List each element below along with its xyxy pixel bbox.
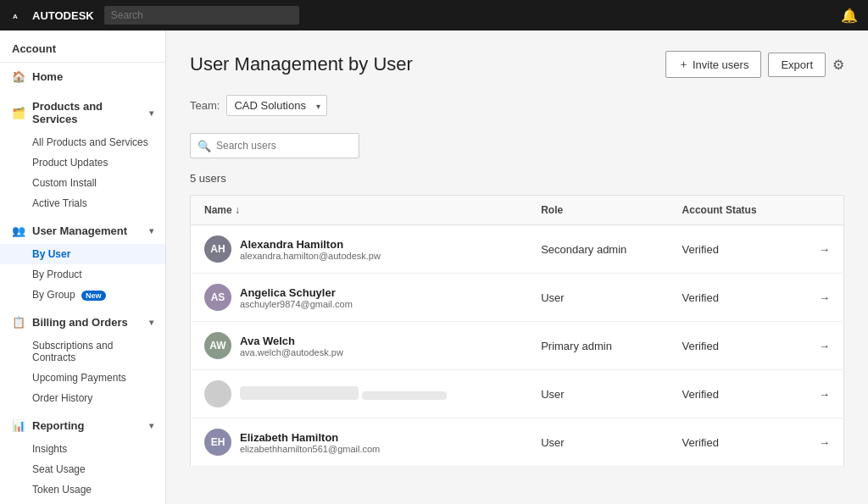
team-select-wrapper: CAD Solutions ▾: [226, 95, 327, 116]
user-account-status: Verified: [669, 322, 796, 370]
user-role: Primary admin: [527, 322, 668, 370]
main-content: User Management by User ＋ Invite users E…: [166, 30, 868, 504]
table-row[interactable]: EH Elizabeth Hamilton elizabethhamilton5…: [191, 418, 844, 467]
sidebar-item-product-updates[interactable]: Product Updates: [0, 152, 165, 173]
reporting-icon: 📊: [12, 418, 25, 432]
sidebar-products-header[interactable]: 🗂️ Products and Services ▾: [0, 93, 165, 132]
export-button[interactable]: Export: [768, 53, 826, 77]
col-action: [796, 196, 844, 225]
search-icon: 🔍: [198, 140, 211, 152]
blurred-email: [362, 391, 447, 400]
avatar: AS: [204, 284, 231, 311]
user-email: aschuyler9874@gmail.com: [240, 299, 353, 309]
row-arrow[interactable]: →: [796, 225, 844, 274]
new-badge: New: [81, 291, 106, 301]
sidebar-item-order-history[interactable]: Order History: [0, 388, 165, 408]
sidebar-products-label: Products and Services: [32, 100, 142, 125]
sidebar-item-custom-install[interactable]: Custom Install: [0, 173, 165, 193]
invite-users-label: Invite users: [693, 58, 748, 71]
row-arrow[interactable]: →: [796, 418, 844, 467]
team-label: Team:: [190, 99, 220, 112]
notification-bell-icon[interactable]: 🔔: [841, 8, 858, 24]
page-header: User Management by User ＋ Invite users E…: [190, 51, 844, 78]
sidebar-item-upcoming-payments[interactable]: Upcoming Payments: [0, 368, 165, 388]
table-row[interactable]: AW Ava Welch ava.welch@autodesk.pw Prima…: [191, 322, 844, 370]
user-count: 5 users: [190, 172, 844, 185]
sidebar-item-by-product[interactable]: By Product: [0, 264, 165, 285]
sidebar-section-products: 🗂️ Products and Services ▾ All Products …: [0, 93, 165, 213]
table-row[interactable]: User Verified →: [191, 370, 844, 418]
user-role: User: [527, 418, 668, 467]
user-name-cell: AW Ava Welch ava.welch@autodesk.pw: [191, 322, 528, 370]
app-layout: Account 🏠 Home 🗂️ Products and Services …: [0, 30, 868, 504]
brand-logo: A AUTODESK: [10, 7, 94, 24]
invite-plus-icon: ＋: [678, 57, 689, 72]
sidebar-item-home[interactable]: 🏠 Home: [0, 63, 165, 90]
row-arrow[interactable]: →: [796, 322, 844, 370]
reporting-chevron-icon: ▾: [149, 421, 153, 430]
avatar: EH: [204, 429, 231, 456]
invite-users-button[interactable]: ＋ Invite users: [665, 51, 761, 78]
topnav-search-input[interactable]: [104, 6, 299, 25]
table-header-row: Name ↓ Role Account Status: [191, 196, 844, 225]
team-select[interactable]: CAD Solutions: [226, 95, 327, 116]
user-role: Secondary admin: [527, 225, 668, 274]
sidebar-billing-label: Billing and Orders: [32, 316, 128, 329]
user-account-status: Verified: [669, 370, 796, 418]
sidebar-item-subscriptions[interactable]: Subscriptions and Contracts: [0, 335, 165, 368]
table-row[interactable]: AS Angelica Schuyler aschuyler9874@gmail…: [191, 274, 844, 322]
settings-gear-button[interactable]: ⚙: [832, 57, 844, 73]
user-email: elizabethhamilton561@gmail.com: [240, 444, 380, 454]
sidebar-item-cloud-services[interactable]: Cloud Services Usage: [0, 500, 165, 504]
user-name-cell: EH Elizabeth Hamilton elizabethhamilton5…: [191, 418, 528, 467]
sidebar-reporting-header[interactable]: 📊 Reporting ▾: [0, 412, 165, 439]
sidebar-section-reporting: 📊 Reporting ▾ Insights Seat Usage Token …: [0, 412, 165, 504]
user-full-name: Angelica Schuyler: [240, 286, 353, 299]
user-name-cell: [191, 370, 528, 418]
sidebar-item-active-trials[interactable]: Active Trials: [0, 193, 165, 213]
user-full-name: Elizabeth Hamilton: [240, 431, 380, 444]
search-wrapper: 🔍: [190, 133, 359, 158]
user-account-status: Verified: [669, 418, 796, 467]
user-email: ava.welch@autodesk.pw: [240, 347, 343, 357]
sidebar-home-label: Home: [32, 70, 63, 83]
user-account-status: Verified: [669, 274, 796, 322]
sidebar-item-by-group[interactable]: By Group New: [0, 285, 165, 305]
sidebar-reporting-label: Reporting: [32, 419, 84, 432]
page-actions: ＋ Invite users Export ⚙: [665, 51, 844, 78]
table-row[interactable]: AH Alexandra Hamilton alexandra.hamilton…: [191, 225, 844, 274]
search-input[interactable]: [190, 133, 359, 158]
brand-name: AUTODESK: [32, 9, 94, 22]
col-name: Name ↓: [191, 196, 528, 225]
sidebar-billing-header[interactable]: 📋 Billing and Orders ▾: [0, 308, 165, 335]
team-selector: Team: CAD Solutions ▾: [190, 95, 844, 116]
row-arrow[interactable]: →: [796, 370, 844, 418]
page-title: User Management by User: [190, 53, 413, 75]
user-name-cell: AS Angelica Schuyler aschuyler9874@gmail…: [191, 274, 528, 322]
sidebar-user-management-label: User Management: [32, 224, 127, 237]
sidebar-item-all-products[interactable]: All Products and Services: [0, 132, 165, 152]
sidebar-item-token-usage[interactable]: Token Usage: [0, 479, 165, 500]
sidebar-user-management-header[interactable]: 👥 User Management ▾: [0, 217, 165, 244]
users-table: Name ↓ Role Account Status AH Alexandra …: [190, 195, 844, 467]
user-full-name: Alexandra Hamilton: [240, 238, 381, 251]
sidebar-section-user-management: 👥 User Management ▾ By User By Product B…: [0, 217, 165, 305]
home-icon: 🏠: [12, 69, 25, 83]
topnav: A AUTODESK 🔔: [0, 0, 868, 30]
user-email: alexandra.hamilton@autodesk.pw: [240, 251, 381, 261]
sidebar-item-seat-usage[interactable]: Seat Usage: [0, 459, 165, 479]
autodesk-icon: A: [10, 7, 27, 24]
billing-chevron-icon: ▾: [149, 318, 153, 327]
products-icon: 🗂️: [12, 106, 25, 119]
user-account-status: Verified: [669, 225, 796, 274]
svg-text:A: A: [13, 13, 18, 20]
sidebar-item-insights[interactable]: Insights: [0, 439, 165, 459]
users-tbody: AH Alexandra Hamilton alexandra.hamilton…: [191, 225, 844, 467]
sidebar-item-by-user[interactable]: By User: [0, 244, 165, 264]
sidebar: Account 🏠 Home 🗂️ Products and Services …: [0, 30, 166, 504]
sidebar-account-label: Account: [0, 30, 165, 63]
user-role: User: [527, 274, 668, 322]
row-arrow[interactable]: →: [796, 274, 844, 322]
avatar: [204, 380, 231, 407]
user-name-cell: AH Alexandra Hamilton alexandra.hamilton…: [191, 225, 528, 274]
